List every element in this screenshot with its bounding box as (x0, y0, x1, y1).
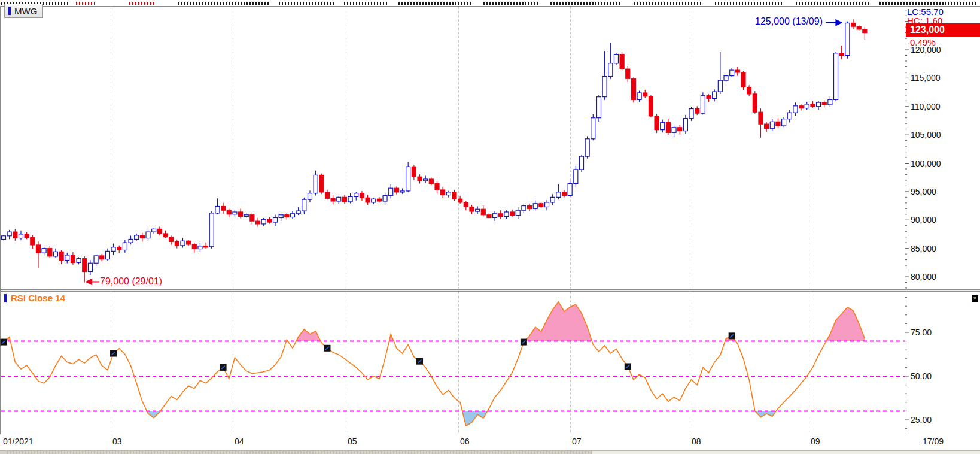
candle-down (759, 112, 763, 124)
candle-down (187, 241, 191, 244)
candle-down (643, 93, 647, 96)
series-color-bar-icon (8, 7, 11, 15)
candle-up (291, 214, 295, 217)
candle-up (516, 210, 520, 216)
rsi-tick-label: 25.00 (911, 415, 932, 425)
candle-up (129, 239, 133, 243)
candle-up (713, 92, 717, 98)
candle-down (435, 184, 439, 190)
candle-up (845, 23, 850, 55)
close-icon[interactable]: × (972, 295, 978, 302)
rsi-legend[interactable]: RSI Close 14 (4, 293, 65, 303)
candle-down (331, 198, 335, 201)
candle-up (580, 156, 584, 170)
last-price-badge: 123,000 (906, 23, 980, 37)
candle-down (140, 235, 144, 238)
rsi-label: RSI Close 14 (11, 293, 65, 303)
candle-down (31, 238, 35, 245)
chart-canvas[interactable]: 80,00085,00090,00095,000100,000105,00011… (0, 0, 980, 454)
candle-down (649, 96, 653, 116)
candle-up (7, 232, 11, 236)
candle-up (152, 229, 156, 232)
candle-up (701, 96, 705, 113)
date-label: 07 (572, 437, 582, 446)
date-label: 03 (112, 437, 122, 446)
date-label: 08 (692, 437, 701, 446)
candle-down (59, 252, 63, 260)
symbol-legend[interactable]: MWG (4, 4, 43, 18)
candle-down (707, 96, 711, 99)
scrollbar-thumb[interactable] (7, 451, 592, 454)
candle-down (741, 72, 745, 87)
candle-up (782, 119, 786, 126)
candle-up (337, 197, 341, 201)
candle-down (799, 106, 804, 108)
candle-down (175, 241, 179, 246)
candle-up (614, 55, 618, 63)
candle-down (811, 104, 815, 107)
candle-up (522, 206, 526, 211)
candle-up (574, 170, 578, 184)
candle-up (793, 106, 798, 113)
candle-down (441, 190, 445, 195)
low-annotation-arrow-icon (85, 278, 92, 285)
date-label: 06 (460, 437, 470, 446)
candle-down (822, 102, 826, 105)
date-label: 17/09 (923, 437, 944, 446)
candle-down (163, 234, 168, 237)
low-annotation[interactable]: 79,000 (29/01) (100, 276, 162, 287)
candle-up (244, 215, 248, 217)
candle-down (528, 206, 532, 209)
candle-up (105, 251, 109, 259)
candle-down (100, 256, 104, 259)
candle-down (470, 207, 474, 211)
price-tick-label: 90,000 (911, 215, 936, 225)
candle-down (464, 202, 468, 207)
price-tick-label: 110,000 (911, 102, 941, 111)
candle-up (608, 63, 613, 77)
rsi-line[interactable] (4, 302, 865, 426)
candle-up (77, 259, 81, 263)
candle-down (863, 29, 867, 33)
candle-up (261, 219, 266, 224)
candle-up (88, 263, 92, 271)
candle-down (25, 234, 29, 238)
candle-down (366, 198, 370, 202)
candle-down (267, 219, 272, 222)
candle-down (776, 122, 780, 126)
indicator-color-bar-icon (4, 294, 7, 302)
candle-down (325, 192, 329, 198)
candle-up (400, 191, 404, 192)
candle-down (285, 215, 289, 217)
price-tick-label: 105,000 (911, 130, 941, 140)
candle-up (834, 53, 838, 100)
candle-up (198, 246, 202, 249)
candle-up (787, 113, 792, 119)
candle-up (215, 207, 220, 213)
candle-up (123, 243, 127, 250)
rsi-tick-label: 75.00 (911, 328, 932, 337)
candle-up (596, 97, 601, 118)
price-tick-label: 80,000 (911, 272, 936, 282)
candle-up (372, 199, 376, 202)
high-annotation[interactable]: 125,000 (13/09) (682, 16, 823, 27)
candle-up (533, 204, 537, 209)
candle-up (94, 256, 98, 263)
horizontal-scrollbar[interactable] (0, 450, 980, 454)
candle-down (695, 109, 699, 114)
candle-down (83, 259, 87, 272)
candle-up (181, 241, 185, 246)
symbol-label: MWG (14, 6, 37, 16)
change-percent-label: -0.49% (907, 37, 936, 47)
scrollbar-arrow-button[interactable] (0, 451, 7, 454)
candle-up (446, 192, 451, 195)
candle-down (204, 246, 208, 247)
candle-down (250, 215, 254, 221)
candle-up (817, 102, 821, 107)
candle-up (406, 167, 410, 191)
candle-down (487, 215, 491, 218)
candle-up (556, 192, 561, 198)
candle-up (65, 255, 69, 261)
candle-up (273, 217, 278, 222)
panel-divider (0, 290, 980, 291)
